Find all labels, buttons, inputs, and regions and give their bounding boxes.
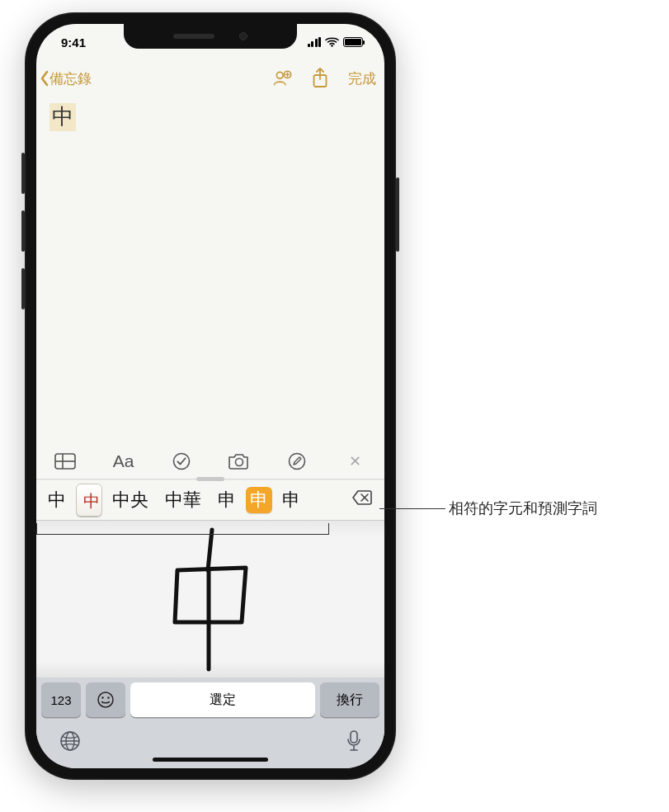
- delete-icon: [351, 489, 373, 506]
- notch: [124, 24, 297, 49]
- note-text: 中: [49, 103, 76, 131]
- status-right-cluster: [308, 37, 364, 47]
- annotation-text: 相符的字元和預測字詞: [449, 498, 597, 518]
- add-people-button[interactable]: [272, 68, 292, 88]
- back-button[interactable]: 備忘錄: [40, 69, 92, 88]
- callout-leader-line: [379, 508, 445, 509]
- svg-point-0: [331, 45, 332, 46]
- svg-point-7: [173, 453, 189, 469]
- draw-icon: [288, 452, 306, 470]
- candidate-0[interactable]: 中: [41, 484, 73, 516]
- candidate-5-highlighted[interactable]: 申: [246, 487, 272, 513]
- emoji-icon: [97, 691, 115, 709]
- svg-rect-16: [351, 731, 357, 743]
- annotation-callout: 相符的字元和預測字詞: [379, 498, 597, 518]
- camera-icon: [228, 453, 250, 470]
- camera-button[interactable]: [223, 449, 256, 474]
- chevron-left-icon: [40, 70, 49, 87]
- share-button[interactable]: [310, 68, 330, 88]
- delete-button[interactable]: [345, 486, 379, 514]
- svg-point-12: [107, 696, 109, 698]
- checklist-button[interactable]: [165, 449, 198, 474]
- iphone-frame: 9:41 備忘錄: [25, 12, 396, 780]
- table-icon: [54, 453, 76, 470]
- markup-button[interactable]: [280, 449, 313, 474]
- handwritten-stroke: [148, 525, 272, 673]
- format-icon: Aa: [113, 451, 134, 471]
- format-text-button[interactable]: Aa: [106, 449, 139, 474]
- navigation-bar: 備忘錄 完成: [36, 60, 384, 97]
- front-camera: [239, 32, 247, 40]
- wifi-icon: [325, 37, 339, 47]
- svg-point-11: [101, 696, 103, 698]
- svg-point-10: [98, 692, 113, 707]
- drag-handle[interactable]: [196, 477, 224, 481]
- candidate-2[interactable]: 中央: [106, 484, 155, 516]
- candidate-4[interactable]: 申: [211, 484, 243, 516]
- table-button[interactable]: [49, 449, 82, 474]
- status-time: 9:41: [61, 35, 86, 50]
- callout-bracket: [36, 523, 329, 535]
- checklist-icon: [172, 452, 191, 470]
- mic-icon: [346, 730, 361, 752]
- home-indicator[interactable]: [153, 758, 268, 762]
- keyboard-control-row: 123 選定 換行: [36, 677, 384, 722]
- globe-icon: [59, 730, 81, 752]
- close-icon: ✕: [349, 452, 361, 470]
- svg-point-9: [290, 453, 305, 469]
- handwriting-pad[interactable]: [36, 521, 384, 677]
- return-button[interactable]: 換行: [320, 682, 379, 717]
- share-icon: [312, 68, 328, 89]
- space-confirm-button[interactable]: 選定: [130, 682, 315, 717]
- note-content-area[interactable]: 中: [36, 97, 384, 443]
- numeric-keyboard-button[interactable]: 123: [41, 682, 81, 717]
- battery-icon: [343, 37, 363, 47]
- candidate-3[interactable]: 中華: [158, 484, 208, 516]
- svg-point-1: [276, 72, 283, 78]
- svg-point-8: [236, 458, 243, 465]
- nav-actions: 完成: [272, 68, 376, 88]
- emoji-keyboard-button[interactable]: [86, 682, 125, 717]
- notes-toolbar: Aa ✕: [36, 443, 384, 479]
- speaker-grille: [173, 34, 214, 39]
- candidate-bar: 中 中 中央 中華 申 申 申: [36, 479, 384, 521]
- candidate-1-mahjong[interactable]: 中: [76, 484, 102, 517]
- globe-keyboard-button[interactable]: [59, 730, 81, 755]
- cellular-signal-icon: [308, 37, 322, 47]
- done-button[interactable]: 完成: [348, 69, 376, 88]
- screen: 9:41 備忘錄: [36, 24, 384, 768]
- candidate-6[interactable]: 申: [276, 484, 307, 516]
- add-people-icon: [272, 68, 292, 88]
- back-label: 備忘錄: [49, 69, 92, 88]
- dictation-button[interactable]: [346, 730, 361, 755]
- dismiss-toolbar-button[interactable]: ✕: [339, 449, 372, 474]
